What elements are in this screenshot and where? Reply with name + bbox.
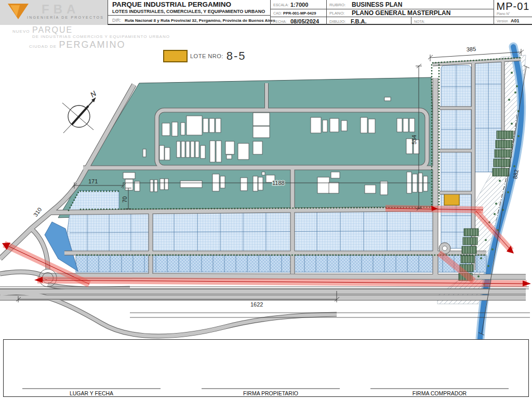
dimension-label-1188: 1188 [272, 180, 285, 186]
fecha-label: FECHA: [273, 19, 287, 23]
dir-value: Ruta Nacional 8 y Ruta Provincial 32, Pe… [125, 18, 275, 23]
lot-row-2 [76, 255, 486, 272]
fecha-value: 08/05/2024 [290, 18, 319, 24]
logo-tagline: INGENIERÍA DE PROYECTOS [27, 16, 104, 19]
cad-label: CAD: [273, 11, 282, 15]
cad-value: PPR-001-MP-0429 [283, 11, 316, 16]
project-subtitle: LOTES INDUSTRIALES, COMERCIALES, Y EQUIP… [112, 9, 265, 14]
signature-caption: FIRMA COMPRADOR [370, 390, 509, 396]
version-label: Version [497, 19, 508, 23]
highlighted-lot-8-5 [444, 194, 459, 205]
signature-box: LUGAR Y FECHA FIRMA PROPIETARIO FIRMA CO… [3, 339, 529, 397]
signature-place-date: LUGAR Y FECHA [22, 388, 161, 396]
dimension-label-310: 310 [32, 206, 43, 218]
dimension-label-534: 534 [411, 135, 417, 144]
fba-logo-icon [7, 3, 29, 21]
watermark-line2: DE INDUSTRIAS COMERCIOS Y EQUIPAMIENTO U… [32, 34, 170, 39]
north-label: N [89, 89, 98, 99]
watermark-line1-big: PARQUE [32, 25, 73, 34]
rubro-cell: RUBRO: BUSINESS PLAN PLANO: PLANO GENERA… [326, 0, 494, 25]
lot-legend: LOTE NRO: 8-5 [163, 49, 246, 63]
project-title-cell: PARQUE INDUSTRIAL PERGAMINO LOTES INDUST… [108, 0, 270, 25]
dibujo-value: F.B.A. [351, 18, 367, 24]
rubro-value: BUSINESS PLAN [352, 1, 402, 8]
watermark-text: NUEVO PARQUE DE INDUSTRIAS COMERCIOS Y E… [12, 25, 170, 50]
sheet-code: MP-01 [494, 1, 532, 12]
signature-line [22, 388, 161, 389]
signature-line [202, 388, 340, 389]
escala-label: ESCALA: [273, 3, 289, 6]
dimension-label-385: 385 [466, 46, 476, 52]
project-address-row: DIR: Ruta Nacional 8 y Ruta Provincial 3… [108, 15, 270, 25]
lot-legend-label: LOTE NRO: [190, 53, 223, 59]
signature-owner: FIRMA PROPIETARIO [202, 388, 340, 396]
project-title: PARQUE INDUSTRIAL PERGAMINO [112, 1, 231, 8]
sheet-no-label: Plano N° [497, 12, 510, 16]
signature-caption: FIRMA PROPIETARIO [202, 390, 340, 396]
signature-caption: LUGAR Y FECHA [22, 390, 161, 396]
dimension-label-70: 70 [122, 196, 128, 203]
watermark-line3-big: PERGAMINO [59, 39, 125, 50]
plano-value: PLANO GENERAL MASTERPLAN [352, 9, 450, 17]
rubro-label: RUBRO: [329, 2, 345, 7]
dimension-label-882: 882 [512, 169, 520, 179]
watermark-line3-small: CIUDAD DE [29, 44, 57, 49]
lot-row-1 [64, 210, 437, 252]
dimension-label-171: 171 [88, 178, 98, 184]
scale-cell: ESCALA: 1:7000 CAD: PPR-001-MP-0429 FECH… [270, 0, 326, 25]
plano-label: PLANO: [329, 11, 344, 16]
dir-label: DIR: [112, 18, 121, 23]
lot-legend-value: 8-5 [227, 49, 246, 63]
nota-label: NOTA: [414, 19, 425, 23]
lot-color-swatch [163, 50, 188, 62]
logo-cell: FBA INGENIERÍA DE PROYECTOS [0, 0, 108, 25]
escala-value: 1:7000 [290, 2, 308, 8]
signature-buyer: FIRMA COMPRADOR [370, 388, 509, 396]
version-value: A01 [511, 18, 520, 23]
sheet-number-cell: MP-01 Plano N° Version A01 [494, 0, 532, 25]
dibujo-label: DIBUJO: [329, 19, 346, 23]
watermark-line1-small: NUEVO [12, 29, 30, 34]
logo-brand-text: FBA [42, 2, 79, 17]
title-block: FBA INGENIERÍA DE PROYECTOS PARQUE INDUS… [0, 0, 532, 25]
north-arrow-icon: N [62, 89, 98, 133]
signature-line [370, 388, 509, 389]
dimension-label-1622: 1622 [250, 301, 263, 308]
